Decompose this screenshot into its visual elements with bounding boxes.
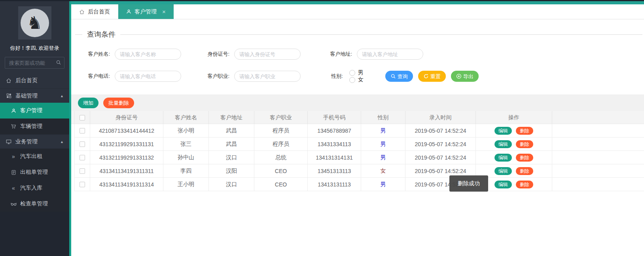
reset-button[interactable]: 重置 (418, 71, 446, 82)
caret-up-icon[interactable]: ▲ (60, 140, 64, 144)
gender-radio-1[interactable]: 女 (349, 76, 364, 83)
chevrons-left-icon: « (10, 185, 17, 191)
delete-button[interactable]: 删除 (516, 167, 533, 175)
column-header-0: 身份证号 (90, 111, 163, 124)
home-icon (79, 9, 85, 15)
field-input-4[interactable] (234, 71, 301, 82)
cell-id-number: 431341134191311311 (90, 164, 163, 177)
sidebar-item-label: 后台首页 (15, 77, 38, 84)
sidebar-item-2[interactable]: 客户管理 (0, 103, 69, 119)
table-row: 421087133414144412 张小明 武昌 程序员 1345678898… (74, 124, 644, 137)
close-icon[interactable]: × (162, 9, 166, 15)
cell-gender: 男 (361, 137, 405, 151)
field-input-3[interactable] (115, 71, 181, 82)
tab-label: 后台首页 (88, 8, 110, 15)
welcome-text: 你好！李四, 欢迎登录 (2, 45, 67, 52)
cell-id-number: 431321199291331132 (90, 151, 163, 164)
row-checkbox[interactable] (80, 168, 85, 174)
sidebar-item-8[interactable]: 检查单管理 (0, 196, 69, 212)
column-header-4: 手机号码 (308, 111, 361, 124)
sidebar-item-7[interactable]: «汽车入库 (0, 180, 69, 196)
content-area: 后台首页客户管理× 查询条件 客户姓名:身份证号:客户地址: 客户电话:客户职业… (71, 0, 644, 256)
table-row: 431341134191311314 王小明 汉口 CEO 1341313111… (74, 178, 644, 191)
cell-id-number: 431341134191311314 (90, 178, 163, 191)
sidebar-item-1[interactable]: 基础管理▲ (0, 88, 69, 103)
row-checkbox[interactable] (80, 128, 85, 134)
monitor-icon (6, 139, 12, 145)
export-button[interactable]: 导出 (451, 71, 479, 82)
query-action-buttons: 查询重置导出 (385, 71, 479, 82)
sidebar-item-label: 基础管理 (15, 92, 38, 100)
gender-label: 性别: (331, 73, 343, 80)
sidebar-item-0[interactable]: 后台首页 (0, 73, 69, 88)
sidebar-item-3[interactable]: 车辆管理 (0, 119, 69, 134)
home-icon (6, 78, 12, 83)
cell-entry-time: 2019-05-07 14:52:24 (405, 124, 476, 137)
button-label: 重置 (430, 74, 441, 79)
field-label: 客户地址: (324, 51, 352, 58)
field-label: 客户姓名: (82, 51, 110, 58)
sidebar-item-label: 汽车出租 (20, 153, 42, 160)
cell-customer-job: 总统 (254, 151, 308, 164)
cell-gender: 男 (361, 178, 405, 191)
delete-button[interactable]: 删除 (516, 154, 533, 162)
field-input-2[interactable] (357, 49, 423, 60)
top-dark-bar (0, 0, 644, 1)
row-checkbox[interactable] (80, 141, 85, 147)
radio-circle-icon[interactable] (349, 70, 355, 76)
delete-button[interactable]: 删除 (516, 140, 533, 148)
search-icon (390, 73, 396, 79)
table-row: 431341134191311311 李四 汉阳 CEO 13451313113… (74, 164, 644, 178)
column-header-5: 性别 (361, 111, 405, 124)
edit-button[interactable]: 编辑 (494, 140, 512, 148)
sidebar-item-label: 出租单管理 (20, 169, 48, 176)
caret-up-icon[interactable]: ▲ (60, 94, 64, 98)
main-panel: 查询条件 客户姓名:身份证号:客户地址: 客户电话:客户职业: 性别: 男女 查… (71, 19, 644, 256)
sidebar-item-label: 客户管理 (20, 107, 42, 114)
cell-customer-name: 张三 (163, 137, 209, 151)
field-input-1[interactable] (234, 49, 301, 60)
user-icon (10, 108, 17, 113)
edit-button[interactable]: 编辑 (494, 181, 512, 188)
add-button[interactable]: 增加 (78, 98, 98, 108)
radio-circle-icon[interactable] (349, 77, 355, 83)
delete-button[interactable]: 删除 (516, 181, 533, 188)
query-field-1: 身份证号: (202, 49, 324, 60)
sidebar-item-4[interactable]: 业务管理▲ (0, 134, 69, 149)
grid-icon (6, 93, 12, 98)
query-button[interactable]: 查询 (385, 71, 413, 82)
sidebar-item-5[interactable]: »汽车出租 (0, 149, 69, 164)
column-header-7: 操作 (476, 111, 552, 124)
batch-delete-button[interactable]: 批量删除 (103, 98, 134, 108)
select-all-checkbox[interactable] (80, 115, 85, 120)
tab-1[interactable]: 客户管理× (118, 4, 174, 19)
refresh-icon (423, 73, 429, 79)
cell-gender: 男 (361, 124, 405, 137)
column-header-6: 录入时间 (405, 111, 476, 124)
sidebar-item-label: 检查单管理 (20, 200, 48, 207)
row-checkbox[interactable] (80, 182, 85, 187)
tab-0[interactable]: 后台首页 (71, 4, 118, 19)
gender-and-actions: 性别: 男女 查询重置导出 (324, 69, 644, 83)
row-checkbox[interactable] (80, 155, 85, 160)
sidebar-item-6[interactable]: 出租单管理 (0, 164, 69, 180)
glasses-icon (10, 201, 17, 207)
cell-entry-time: 2019-05-07 14:52:24 (405, 137, 476, 151)
edit-button[interactable]: 编辑 (494, 127, 512, 135)
button-label: 导出 (463, 74, 474, 79)
button-label: 查询 (398, 74, 408, 79)
delete-button[interactable]: 删除 (516, 127, 533, 135)
field-input-0[interactable] (115, 49, 181, 60)
header-filler (552, 111, 644, 124)
cell-customer-name: 李四 (163, 164, 209, 177)
cell-customer-address: 汉口 (209, 178, 254, 191)
horse-logo-icon: ♞ (21, 9, 49, 37)
cell-customer-address: 汉口 (209, 151, 254, 164)
query-field-4: 客户职业: (202, 71, 324, 82)
edit-button[interactable]: 编辑 (494, 154, 512, 162)
table-row: 431321199291331132 孙中山 汉口 总统 13413131413… (74, 151, 644, 164)
edit-button[interactable]: 编辑 (494, 167, 512, 175)
field-label: 客户职业: (202, 73, 229, 80)
document-icon (10, 170, 17, 175)
gender-radio-0[interactable]: 男 (349, 69, 364, 76)
